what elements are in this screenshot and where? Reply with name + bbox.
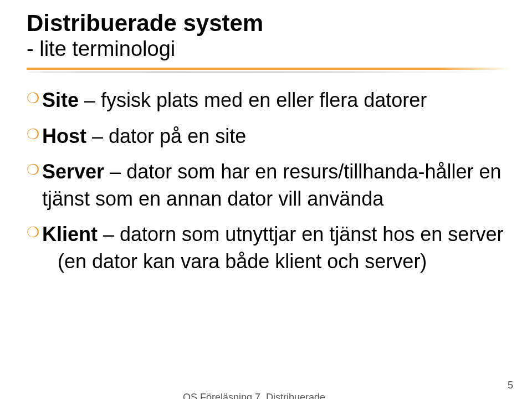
divider-shadow <box>27 71 510 73</box>
term: Server <box>42 160 104 183</box>
slide-subtitle: - lite terminologi <box>27 38 510 61</box>
moon-bullet-icon: ❍ <box>27 87 42 114</box>
divider <box>27 68 510 73</box>
list-item: ❍ Klient – datorn som utnyttjar en tjäns… <box>27 221 510 275</box>
bullet-text: Server – dator som har en resurs/tillhan… <box>42 158 510 212</box>
term: Klient <box>42 223 98 245</box>
slide: Distribuerade system - lite terminologi … <box>0 0 532 399</box>
moon-bullet-icon: ❍ <box>27 221 42 275</box>
definition: – fysisk plats med en eller flera datore… <box>79 89 427 111</box>
slide-title: Distribuerade system <box>27 10 510 37</box>
definition: – datorn som utnyttjar en tjänst hos en … <box>98 223 503 245</box>
list-item: ❍ Host – dator på en site <box>27 123 510 150</box>
page-number: 5 <box>508 380 513 391</box>
bullet-list: ❍ Site – fysisk plats med en eller flera… <box>27 87 510 275</box>
footer-center: OS Föreläsning 7, Distribuerade system <box>183 391 349 399</box>
moon-bullet-icon: ❍ <box>27 123 42 150</box>
definition: – dator som har en resurs/tillhanda-håll… <box>42 160 502 210</box>
footer-line-1: OS Föreläsning 7, Distribuerade <box>183 391 349 399</box>
bullet-text: Klient – datorn som utnyttjar en tjänst … <box>42 221 510 275</box>
list-item: ❍ Server – dator som har en resurs/tillh… <box>27 158 510 212</box>
term: Site <box>42 89 79 111</box>
parenthetical: (en dator kan vara både klient och serve… <box>58 248 510 275</box>
divider-line <box>27 68 510 70</box>
list-item: ❍ Site – fysisk plats med en eller flera… <box>27 87 510 114</box>
moon-bullet-icon: ❍ <box>27 158 42 212</box>
bullet-text: Site – fysisk plats med en eller flera d… <box>42 87 510 114</box>
bullet-text: Host – dator på en site <box>42 123 510 150</box>
definition: – dator på en site <box>86 125 246 147</box>
term: Host <box>42 125 86 147</box>
